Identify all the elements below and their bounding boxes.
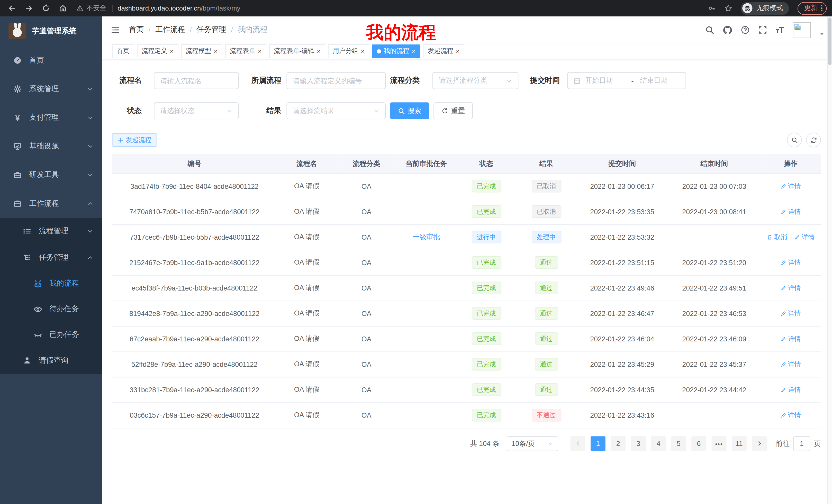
security-label[interactable]: 不安全 bbox=[86, 4, 106, 12]
password-key-icon[interactable] bbox=[708, 4, 716, 12]
detail-link[interactable]: 详情 bbox=[781, 309, 801, 318]
sidebar-item-home[interactable]: 首页 bbox=[0, 46, 102, 75]
topbar: 首页 / 工作流程 / 任务管理 / 我的流程 我的流程 TT bbox=[102, 17, 832, 44]
detail-link[interactable]: 详情 bbox=[781, 283, 801, 292]
next-page-button[interactable] bbox=[752, 436, 767, 451]
close-icon[interactable]: × bbox=[258, 48, 261, 54]
current-task-link[interactable]: 一级审批 bbox=[413, 233, 440, 241]
sidebar-item-devtools[interactable]: 研发工具 bbox=[0, 161, 102, 189]
browser-menu-icon[interactable] bbox=[821, 5, 823, 11]
process-id-input[interactable] bbox=[286, 72, 386, 89]
url-host[interactable]: dashboard.yudao.iocoder.cn bbox=[118, 5, 201, 12]
goto-page-input[interactable] bbox=[793, 436, 810, 451]
page-button-3[interactable]: 3 bbox=[631, 436, 646, 451]
detail-link[interactable]: 详情 bbox=[781, 258, 801, 267]
browser-reload-icon[interactable] bbox=[42, 4, 50, 12]
page-button-4[interactable]: 4 bbox=[651, 436, 666, 451]
detail-link[interactable]: 详情 bbox=[781, 207, 801, 216]
tag-home[interactable]: 首页 bbox=[112, 44, 134, 58]
browser-update-button[interactable]: 更新 bbox=[798, 2, 827, 15]
breadcrumb-task-mgmt[interactable]: 任务管理 bbox=[197, 25, 226, 34]
page-scrollbar[interactable] bbox=[827, 17, 832, 504]
detail-link[interactable]: 详情 bbox=[781, 181, 801, 191]
bookmark-star-icon[interactable] bbox=[725, 4, 732, 12]
cell-category: OA bbox=[336, 224, 396, 250]
prev-page-button[interactable] bbox=[571, 436, 586, 451]
cell-id: 03c6c157-7b9a-11ec-a290-acde48001122 bbox=[112, 402, 277, 428]
sidebar-item-my-process[interactable]: 我的流程 bbox=[0, 271, 102, 297]
fullscreen-icon[interactable] bbox=[758, 25, 767, 34]
cell-end-time: 2022-01-22 23:49:51 bbox=[668, 275, 760, 301]
date-range-picker[interactable]: 开始日期 - 结束日期 bbox=[567, 72, 686, 89]
sidebar-item-leave-query[interactable]: 请假查询 bbox=[0, 347, 102, 374]
page-button-6[interactable]: 6 bbox=[691, 436, 706, 451]
cancel-link[interactable]: 取消 bbox=[767, 232, 787, 242]
detail-link[interactable]: 详情 bbox=[781, 385, 801, 394]
cell-task bbox=[396, 173, 457, 199]
tag-process-model[interactable]: 流程模型× bbox=[181, 44, 223, 58]
tag-my-process[interactable]: 我的流程× bbox=[372, 44, 420, 58]
sidebar-item-process-mgmt[interactable]: 流程管理 bbox=[0, 218, 102, 244]
page-button-5[interactable]: 5 bbox=[671, 436, 686, 451]
sidebar-item-task-mgmt[interactable]: 任务管理 bbox=[0, 244, 102, 271]
browser-forward-icon[interactable] bbox=[25, 4, 33, 12]
tag-process-definition[interactable]: 流程定义× bbox=[137, 44, 178, 58]
sidebar-item-infra[interactable]: 基础设施 bbox=[0, 132, 102, 161]
address-bar[interactable]: 不安全 dashboard.yudao.iocoder.cn/bpm/task/… bbox=[76, 4, 708, 12]
tag-process-form-edit[interactable]: 流程表单-编辑× bbox=[269, 44, 325, 58]
close-icon[interactable]: × bbox=[361, 48, 365, 54]
show-search-icon[interactable] bbox=[787, 133, 802, 147]
process-name-input[interactable] bbox=[154, 72, 239, 89]
search-button[interactable]: 搜索 bbox=[390, 102, 430, 119]
detail-link[interactable]: 详情 bbox=[781, 411, 801, 419]
sidebar-item-payment[interactable]: ¥ 支付管理 bbox=[0, 103, 102, 132]
omnibox-divider bbox=[111, 5, 112, 12]
page-button-1[interactable]: 1 bbox=[591, 436, 605, 451]
help-icon[interactable] bbox=[741, 25, 750, 34]
category-select[interactable]: 请选择流程分类 bbox=[433, 72, 518, 89]
font-size-icon[interactable]: TT bbox=[776, 25, 784, 35]
close-icon[interactable]: × bbox=[214, 48, 217, 54]
tag-user-group[interactable]: 用户分组× bbox=[328, 44, 369, 58]
start-process-button[interactable]: 发起流程 bbox=[112, 133, 157, 147]
result-select[interactable]: 请选择流结果 bbox=[286, 102, 386, 119]
result-badge: 通过 bbox=[535, 307, 558, 320]
page-size-select[interactable]: 10条/页 bbox=[507, 436, 558, 451]
page-button-2[interactable]: 2 bbox=[610, 436, 626, 451]
page-button-11[interactable]: 11 bbox=[732, 436, 747, 451]
search-icon[interactable] bbox=[705, 25, 714, 34]
reset-button[interactable]: 重置 bbox=[434, 102, 473, 119]
tag-process-form[interactable]: 流程表单× bbox=[225, 44, 266, 58]
sidebar-item-label: 已办任务 bbox=[49, 330, 93, 339]
tag-start-process[interactable]: 发起流程× bbox=[423, 44, 464, 58]
breadcrumb-home[interactable]: 首页 bbox=[129, 25, 144, 34]
caret-down-icon[interactable] bbox=[820, 31, 825, 36]
github-icon[interactable] bbox=[723, 25, 732, 35]
collapse-sidebar-icon[interactable] bbox=[111, 25, 120, 34]
avatar[interactable] bbox=[793, 22, 811, 38]
status-select[interactable]: 请选择状态 bbox=[154, 102, 239, 119]
sidebar-item-system[interactable]: 系统管理 bbox=[0, 75, 102, 103]
close-icon[interactable]: × bbox=[317, 48, 320, 54]
sidebar-item-workflow[interactable]: 工作流程 bbox=[0, 189, 102, 218]
detail-link[interactable]: 详情 bbox=[781, 334, 801, 343]
browser-home-icon[interactable] bbox=[59, 4, 67, 12]
sidebar-item-done-tasks[interactable]: 已办任务 bbox=[0, 322, 102, 347]
refresh-icon[interactable] bbox=[806, 133, 821, 147]
incognito-icon bbox=[743, 3, 753, 13]
cell-name: OA 请假 bbox=[277, 199, 336, 224]
more-pages-button[interactable]: ••• bbox=[712, 436, 727, 451]
scrollbar-thumb[interactable] bbox=[828, 18, 831, 65]
breadcrumb-workflow[interactable]: 工作流程 bbox=[155, 25, 185, 34]
browser-back-icon[interactable] bbox=[8, 4, 16, 12]
close-icon[interactable]: × bbox=[412, 48, 415, 54]
close-icon[interactable]: × bbox=[170, 48, 173, 54]
chevron-down-icon bbox=[227, 108, 232, 114]
sidebar-item-todo-tasks[interactable]: 待办任务 bbox=[0, 297, 102, 322]
cell-id: 331bc281-7b9a-11ec-a290-acde48001122 bbox=[112, 377, 277, 402]
url-path[interactable]: /bpm/task/my bbox=[201, 5, 240, 12]
detail-link[interactable]: 详情 bbox=[794, 232, 814, 242]
cell-name: OA 请假 bbox=[277, 275, 336, 301]
detail-link[interactable]: 详情 bbox=[781, 360, 801, 369]
close-icon[interactable]: × bbox=[456, 48, 460, 54]
